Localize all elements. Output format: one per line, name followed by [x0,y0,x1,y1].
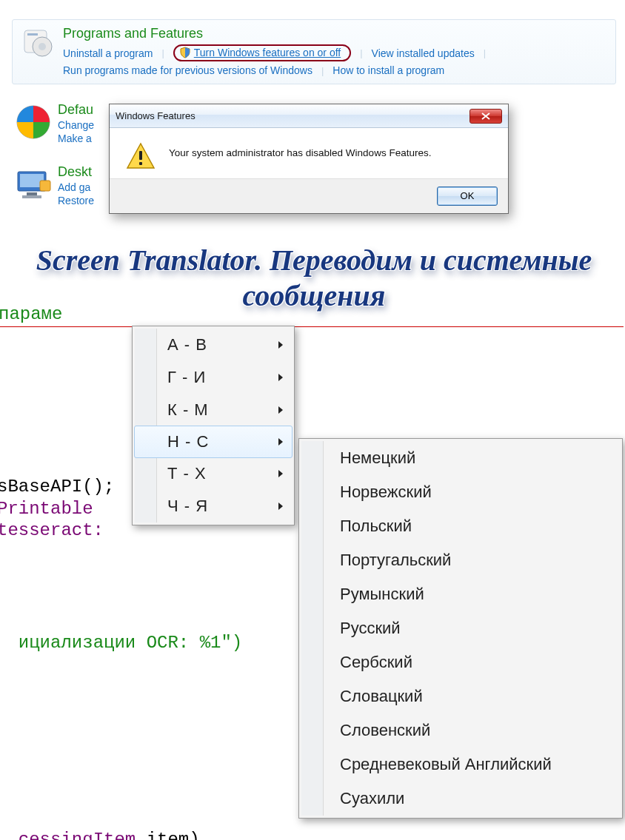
close-button[interactable] [469,109,502,124]
separator: | [321,65,324,76]
code-fragment: ициализации OCR: %1") [0,613,242,653]
menu-item-k-m[interactable]: К - М [135,394,292,426]
category-default-programs[interactable]: Defau Change Make a [13,102,94,144]
category-sublink[interactable]: Restore [58,195,94,206]
menu-item-ch-ya[interactable]: Ч - Я [135,490,292,523]
menu-item-portuguese[interactable]: Португальский [301,543,620,577]
menu-item-slovak[interactable]: Словацкий [301,679,620,713]
menu-item-medieval-english[interactable]: Средневековый Английский [301,747,620,782]
menu-item-g-i[interactable]: Г - И [135,361,292,394]
submenu-arrow-icon [278,503,283,510]
menu-item-german[interactable]: Немецкий [301,441,620,475]
separator: | [360,47,362,58]
menu-item-russian[interactable]: Русский [301,611,620,645]
submenu-arrow-icon [278,406,283,414]
dialog-title-text: Windows Features [116,110,195,121]
svg-point-2 [39,43,46,50]
windows-features-dialog: Windows Features Your system administrat… [109,104,509,214]
category-title: Deskt [58,164,94,180]
code-fragment: параме [0,300,624,327]
submenu-arrow-icon [278,374,283,381]
code-fragment: cessingItem item) [0,810,200,840]
menu-item-serbian[interactable]: Сербский [301,645,620,679]
menu-item-slovenian[interactable]: Словенский [301,713,620,747]
highlighted-link-wrap: Turn Windows features on or off [173,44,351,61]
svg-rect-10 [139,151,142,160]
category-desktop-gadgets[interactable]: Deskt Add ga Restore [13,164,94,206]
shield-icon [179,47,191,58]
menu-item-n-s[interactable]: Н - С [134,426,293,458]
default-programs-icon [13,102,53,142]
category-sublink[interactable]: Add ga [58,181,94,193]
code-fragment: tesseract: [0,520,104,540]
dialog-message: Your system administrator has disabled W… [169,141,431,158]
svg-rect-8 [22,195,41,198]
svg-rect-3 [27,33,38,36]
category-title: Defau [58,102,94,118]
language-group-menu: А - В Г - И К - М Н - С Т - Х Ч - Я [132,326,295,525]
submenu-arrow-icon [278,438,283,446]
menu-item-polish[interactable]: Польский [301,509,620,543]
svg-rect-9 [40,181,50,191]
category-sublink[interactable]: Make a [58,132,94,144]
submenu-arrow-icon [278,470,283,477]
menu-item-t-h[interactable]: Т - Х [135,457,292,490]
dialog-titlebar: Windows Features [110,104,508,128]
language-submenu: Немецкий Норвежский Польский Португальск… [298,438,623,819]
code-fragment: sBaseAPI(); [0,477,114,497]
link-uninstall-program[interactable]: Uninstall a program [63,47,153,59]
desktop-icon [13,164,53,204]
link-turn-windows-features[interactable]: Turn Windows features on or off [194,47,341,58]
warning-icon [126,141,156,171]
separator: | [484,47,486,58]
link-view-updates[interactable]: View installed updates [372,47,475,59]
menu-item-romanian[interactable]: Румынский [301,577,620,611]
link-run-previous-versions[interactable]: Run programs made for previous versions … [63,64,312,76]
menu-item-a-v[interactable]: А - В [135,329,292,361]
programs-and-features-panel: Programs and Features Uninstall a progra… [12,19,616,84]
svg-rect-11 [139,162,142,165]
separator: | [161,47,164,58]
svg-rect-7 [27,192,37,195]
ok-button[interactable]: OK [437,187,498,206]
link-how-to-install[interactable]: How to install a program [332,64,444,76]
programs-icon [20,24,57,61]
menu-item-swahili[interactable]: Суахили [301,782,620,816]
panel-title: Programs and Features [63,26,608,41]
menu-item-norwegian[interactable]: Норвежский [301,475,620,509]
code-fragment: Printable [0,499,93,519]
submenu-arrow-icon [278,341,283,349]
category-sublink[interactable]: Change [58,119,94,131]
